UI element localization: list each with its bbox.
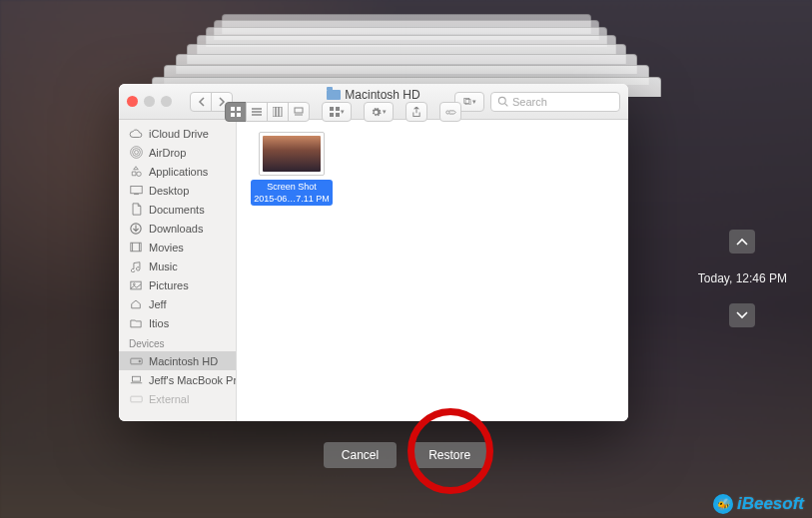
svg-rect-33 — [130, 396, 141, 402]
view-switcher — [225, 102, 310, 122]
apps-icon — [129, 165, 143, 179]
sidebar-item-downloads[interactable]: Downloads — [119, 219, 236, 238]
sidebar-item-music[interactable]: Music — [119, 257, 236, 275]
sidebar-item-itios[interactable]: Itios — [119, 313, 236, 332]
laptop-icon — [129, 373, 143, 387]
sidebar-item-label: Music — [149, 260, 178, 272]
file-name: Screen Shot 2015-06…7.11 PM — [251, 180, 333, 206]
svg-rect-10 — [295, 108, 303, 113]
file-item[interactable]: Screen Shot 2015-06…7.11 PM — [249, 132, 335, 206]
back-button[interactable] — [190, 92, 212, 112]
timeline-down-button[interactable] — [729, 303, 755, 327]
timeline-up-button[interactable] — [729, 230, 755, 254]
traffic-lights — [127, 96, 172, 107]
search-placeholder: Search — [512, 96, 547, 108]
sidebar-item-pictures[interactable]: Pictures — [119, 275, 236, 294]
cancel-button[interactable]: Cancel — [324, 442, 397, 468]
sidebar-item-documents[interactable]: Documents — [119, 200, 236, 219]
share-button[interactable] — [406, 102, 427, 122]
svg-rect-32 — [132, 376, 140, 381]
sidebar-item-label: AirDrop — [149, 147, 186, 159]
sidebar-devices-header: Devices — [119, 332, 236, 351]
timeline-label: Today, 12:46 PM — [698, 271, 787, 285]
search-icon — [497, 96, 508, 107]
view-coverflow-button[interactable] — [288, 102, 310, 122]
sidebar-item-label: Pictures — [149, 279, 189, 291]
sidebar-item-movies[interactable]: Movies — [119, 238, 236, 257]
restore-button[interactable]: Restore — [410, 442, 488, 468]
sidebar-item-label: External — [149, 393, 189, 405]
svg-line-18 — [505, 104, 508, 107]
action-button[interactable]: ▾ — [364, 102, 394, 122]
sidebar: iCloud Drive AirDrop Applications Deskto… — [119, 120, 237, 421]
svg-point-16 — [445, 110, 448, 113]
chevron-up-icon — [736, 238, 748, 246]
sidebar-item-label: Itios — [149, 317, 169, 329]
search-input[interactable]: Search — [490, 92, 620, 112]
view-column-button[interactable] — [267, 102, 289, 122]
sidebar-item-desktop[interactable]: Desktop — [119, 181, 236, 200]
pictures-icon — [129, 278, 143, 292]
zoom-icon[interactable] — [161, 96, 172, 107]
tag-icon — [445, 108, 456, 117]
gear-icon — [371, 107, 382, 118]
sidebar-item-macbook[interactable]: Jeff's MacBook Pr… — [119, 370, 236, 389]
tags-button[interactable] — [439, 102, 461, 122]
svg-rect-3 — [237, 113, 241, 117]
svg-rect-22 — [130, 186, 141, 193]
arrange-button[interactable]: ▾ — [322, 102, 352, 122]
sidebar-item-label: Documents — [149, 204, 205, 216]
arrange-icon — [330, 107, 340, 117]
sidebar-item-icloud[interactable]: iCloud Drive — [119, 124, 236, 143]
svg-point-20 — [132, 149, 140, 157]
svg-point-17 — [498, 97, 505, 104]
svg-rect-0 — [231, 107, 235, 111]
share-icon — [411, 107, 421, 118]
close-icon[interactable] — [127, 96, 138, 107]
svg-rect-1 — [237, 107, 241, 111]
file-thumbnail — [259, 132, 325, 176]
home-icon — [129, 297, 143, 311]
svg-point-19 — [134, 151, 138, 155]
sidebar-item-label: Jeff — [149, 298, 167, 310]
svg-rect-15 — [336, 113, 340, 117]
folder-icon — [327, 90, 341, 100]
action-bar: Cancel Restore — [0, 442, 812, 468]
watermark: 🐝 iBeesoft — [713, 494, 804, 514]
dropbox-icon: ⧉ — [463, 95, 471, 108]
view-list-button[interactable] — [246, 102, 268, 122]
svg-rect-2 — [231, 113, 235, 117]
file-grid[interactable]: Screen Shot 2015-06…7.11 PM — [237, 120, 628, 421]
view-icon-button[interactable] — [225, 102, 247, 122]
sidebar-item-airdrop[interactable]: AirDrop — [119, 143, 236, 162]
airdrop-icon — [129, 146, 143, 160]
svg-rect-13 — [336, 107, 340, 111]
documents-icon — [129, 203, 143, 217]
sidebar-item-label: Macintosh HD — [149, 355, 218, 367]
sidebar-item-label: iCloud Drive — [149, 128, 209, 140]
window-title-text: Macintosh HD — [345, 88, 419, 102]
sidebar-item-label: Desktop — [149, 185, 189, 197]
sidebar-item-jeff[interactable]: Jeff — [119, 294, 236, 313]
timeline-controls: Today, 12:46 PM — [698, 230, 787, 327]
desktop-icon — [129, 184, 143, 198]
svg-point-31 — [138, 360, 140, 362]
cloud-icon — [129, 127, 143, 141]
sidebar-item-external[interactable]: External — [119, 389, 236, 408]
sidebar-item-macintosh-hd[interactable]: Macintosh HD — [119, 351, 236, 370]
svg-rect-12 — [330, 107, 334, 111]
minimize-icon[interactable] — [144, 96, 155, 107]
disk-icon — [129, 354, 143, 368]
folder-icon — [129, 316, 143, 330]
titlebar: Macintosh HD ▾ — [119, 84, 628, 120]
svg-point-29 — [133, 282, 135, 284]
bee-icon: 🐝 — [713, 494, 733, 514]
disk-icon — [129, 392, 143, 406]
chevron-down-icon — [736, 311, 748, 319]
movies-icon — [129, 241, 143, 255]
sidebar-item-label: Movies — [149, 242, 184, 254]
sidebar-item-label: Downloads — [149, 223, 203, 235]
sidebar-item-label: Jeff's MacBook Pr… — [149, 374, 236, 386]
sidebar-item-label: Applications — [149, 166, 208, 178]
sidebar-item-applications[interactable]: Applications — [119, 162, 236, 181]
